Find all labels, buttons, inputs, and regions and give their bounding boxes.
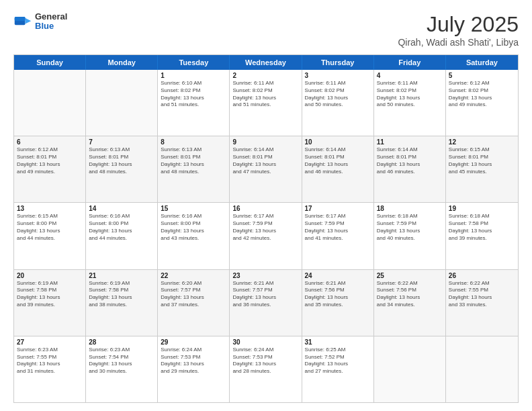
logo-general: General — [35, 12, 67, 21]
svg-marker-1 — [26, 18, 32, 24]
day-cell-10: 10Sunrise: 6:14 AM Sunset: 8:01 PM Dayli… — [302, 136, 374, 202]
day-cell-13: 13Sunrise: 6:15 AM Sunset: 8:00 PM Dayli… — [14, 203, 86, 269]
day-number: 5 — [449, 72, 515, 79]
day-number: 14 — [89, 205, 154, 212]
day-number: 1 — [161, 72, 226, 79]
day-info: Sunrise: 6:16 AM Sunset: 8:00 PM Dayligh… — [161, 213, 226, 242]
day-info: Sunrise: 6:19 AM Sunset: 7:58 PM Dayligh… — [17, 280, 83, 309]
day-info: Sunrise: 6:10 AM Sunset: 8:02 PM Dayligh… — [161, 80, 226, 109]
day-number: 8 — [161, 138, 226, 146]
day-cell-29: 29Sunrise: 6:24 AM Sunset: 7:53 PM Dayli… — [158, 336, 230, 402]
header-day-monday: Monday — [86, 55, 158, 70]
day-number: 24 — [305, 272, 371, 279]
day-cell-17: 17Sunrise: 6:17 AM Sunset: 7:59 PM Dayli… — [302, 203, 374, 269]
day-number: 31 — [305, 338, 371, 346]
day-info: Sunrise: 6:14 AM Sunset: 8:01 PM Dayligh… — [377, 146, 443, 175]
day-number: 29 — [161, 338, 226, 346]
day-cell-12: 12Sunrise: 6:15 AM Sunset: 8:01 PM Dayli… — [446, 136, 518, 202]
day-info: Sunrise: 6:17 AM Sunset: 7:59 PM Dayligh… — [305, 213, 371, 242]
day-number: 27 — [17, 338, 83, 346]
calendar-row-2: 6Sunrise: 6:12 AM Sunset: 8:01 PM Daylig… — [14, 136, 518, 203]
day-info: Sunrise: 6:11 AM Sunset: 8:02 PM Dayligh… — [377, 80, 443, 109]
day-info: Sunrise: 6:11 AM Sunset: 8:02 PM Dayligh… — [232, 80, 298, 109]
title-block: July 2025 Qirah, Wadi ash Shati', Libya — [398, 12, 519, 48]
day-cell-31: 31Sunrise: 6:25 AM Sunset: 7:52 PM Dayli… — [302, 336, 374, 402]
logo-text: General Blue — [35, 12, 67, 32]
day-cell-15: 15Sunrise: 6:16 AM Sunset: 8:00 PM Dayli… — [158, 203, 230, 269]
day-info: Sunrise: 6:12 AM Sunset: 8:01 PM Dayligh… — [17, 146, 83, 175]
day-info: Sunrise: 6:15 AM Sunset: 8:00 PM Dayligh… — [17, 213, 83, 242]
calendar-row-4: 20Sunrise: 6:19 AM Sunset: 7:58 PM Dayli… — [14, 270, 518, 336]
day-info: Sunrise: 6:16 AM Sunset: 8:00 PM Dayligh… — [89, 213, 154, 242]
location: Qirah, Wadi ash Shati', Libya — [398, 37, 519, 48]
logo-blue: Blue — [35, 21, 67, 31]
day-info: Sunrise: 6:13 AM Sunset: 8:01 PM Dayligh… — [89, 146, 154, 175]
day-number: 18 — [377, 205, 443, 212]
month-year: July 2025 — [398, 12, 519, 37]
day-number: 2 — [232, 72, 298, 79]
calendar-row-1: 1Sunrise: 6:10 AM Sunset: 8:02 PM Daylig… — [14, 70, 518, 136]
day-number: 22 — [161, 272, 226, 279]
day-number: 20 — [17, 272, 83, 279]
day-cell-24: 24Sunrise: 6:21 AM Sunset: 7:56 PM Dayli… — [302, 270, 374, 336]
calendar-header: SundayMondayTuesdayWednesdayThursdayFrid… — [14, 55, 518, 70]
day-cell-5: 5Sunrise: 6:12 AM Sunset: 8:02 PM Daylig… — [446, 70, 518, 136]
empty-cell — [374, 336, 446, 402]
day-cell-26: 26Sunrise: 6:22 AM Sunset: 7:55 PM Dayli… — [446, 270, 518, 336]
day-cell-18: 18Sunrise: 6:18 AM Sunset: 7:59 PM Dayli… — [374, 203, 446, 269]
day-info: Sunrise: 6:23 AM Sunset: 7:55 PM Dayligh… — [17, 347, 83, 375]
empty-cell — [446, 336, 518, 402]
day-number: 23 — [232, 272, 298, 279]
day-number: 30 — [232, 338, 298, 346]
day-info: Sunrise: 6:21 AM Sunset: 7:56 PM Dayligh… — [305, 280, 371, 309]
day-info: Sunrise: 6:18 AM Sunset: 7:58 PM Dayligh… — [449, 213, 515, 242]
day-number: 7 — [89, 138, 154, 146]
day-number: 3 — [305, 72, 371, 79]
day-info: Sunrise: 6:11 AM Sunset: 8:02 PM Dayligh… — [305, 80, 371, 109]
header-day-saturday: Saturday — [446, 55, 518, 70]
day-info: Sunrise: 6:18 AM Sunset: 7:59 PM Dayligh… — [377, 213, 443, 242]
day-cell-9: 9Sunrise: 6:14 AM Sunset: 8:01 PM Daylig… — [230, 136, 302, 202]
day-info: Sunrise: 6:21 AM Sunset: 7:57 PM Dayligh… — [232, 280, 298, 309]
empty-cell — [14, 70, 86, 136]
day-cell-28: 28Sunrise: 6:23 AM Sunset: 7:54 PM Dayli… — [86, 336, 158, 402]
header-day-friday: Friday — [374, 55, 446, 70]
logo: General Blue — [13, 12, 67, 32]
day-cell-2: 2Sunrise: 6:11 AM Sunset: 8:02 PM Daylig… — [230, 70, 302, 136]
day-cell-25: 25Sunrise: 6:22 AM Sunset: 7:56 PM Dayli… — [374, 270, 446, 336]
day-number: 21 — [89, 272, 154, 279]
day-number: 16 — [232, 205, 298, 212]
day-cell-6: 6Sunrise: 6:12 AM Sunset: 8:01 PM Daylig… — [14, 136, 86, 202]
day-number: 9 — [232, 138, 298, 146]
day-info: Sunrise: 6:12 AM Sunset: 8:02 PM Dayligh… — [449, 80, 515, 109]
day-number: 28 — [89, 338, 154, 346]
day-cell-4: 4Sunrise: 6:11 AM Sunset: 8:02 PM Daylig… — [374, 70, 446, 136]
header-day-wednesday: Wednesday — [230, 55, 302, 70]
day-number: 25 — [377, 272, 443, 279]
day-cell-7: 7Sunrise: 6:13 AM Sunset: 8:01 PM Daylig… — [86, 136, 158, 202]
day-cell-22: 22Sunrise: 6:20 AM Sunset: 7:57 PM Dayli… — [158, 270, 230, 336]
day-info: Sunrise: 6:24 AM Sunset: 7:53 PM Dayligh… — [232, 347, 298, 375]
day-number: 11 — [377, 138, 443, 146]
day-number: 13 — [17, 205, 83, 212]
day-cell-20: 20Sunrise: 6:19 AM Sunset: 7:58 PM Dayli… — [14, 270, 86, 336]
day-cell-16: 16Sunrise: 6:17 AM Sunset: 7:59 PM Dayli… — [230, 203, 302, 269]
day-info: Sunrise: 6:25 AM Sunset: 7:52 PM Dayligh… — [305, 347, 371, 375]
svg-rect-2 — [15, 17, 26, 21]
day-cell-8: 8Sunrise: 6:13 AM Sunset: 8:01 PM Daylig… — [158, 136, 230, 202]
day-cell-21: 21Sunrise: 6:19 AM Sunset: 7:58 PM Dayli… — [86, 270, 158, 336]
empty-cell — [86, 70, 158, 136]
day-number: 6 — [17, 138, 83, 146]
day-number: 12 — [449, 138, 515, 146]
day-info: Sunrise: 6:22 AM Sunset: 7:56 PM Dayligh… — [377, 280, 443, 309]
header-day-sunday: Sunday — [14, 55, 86, 70]
day-cell-3: 3Sunrise: 6:11 AM Sunset: 8:02 PM Daylig… — [302, 70, 374, 136]
logo-icon — [13, 12, 32, 31]
header: General Blue July 2025 Qirah, Wadi ash S… — [13, 12, 519, 48]
day-number: 19 — [449, 205, 515, 212]
day-info: Sunrise: 6:20 AM Sunset: 7:57 PM Dayligh… — [161, 280, 226, 309]
header-day-tuesday: Tuesday — [158, 55, 230, 70]
calendar-row-3: 13Sunrise: 6:15 AM Sunset: 8:00 PM Dayli… — [14, 203, 518, 269]
day-info: Sunrise: 6:22 AM Sunset: 7:55 PM Dayligh… — [449, 280, 515, 309]
day-info: Sunrise: 6:15 AM Sunset: 8:01 PM Dayligh… — [449, 146, 515, 175]
